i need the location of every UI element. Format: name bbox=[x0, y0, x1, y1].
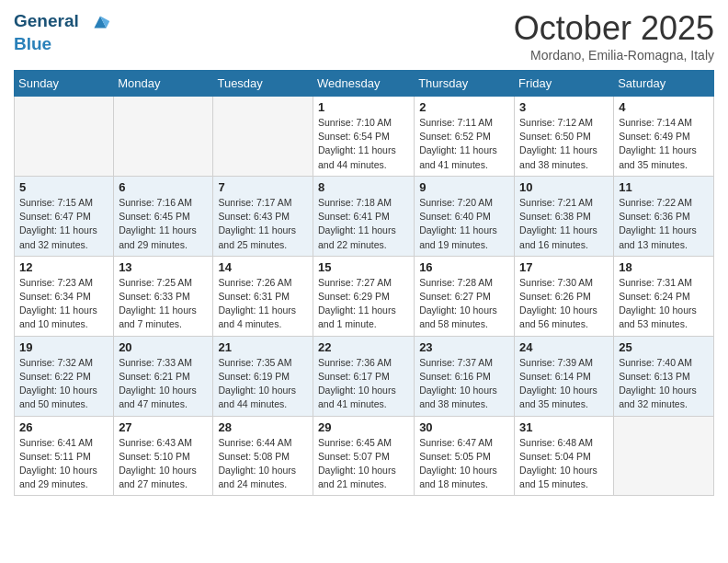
calendar-cell: 24Sunrise: 7:39 AM Sunset: 6:14 PM Dayli… bbox=[515, 336, 614, 416]
calendar-cell bbox=[614, 416, 714, 496]
calendar-cell: 27Sunrise: 6:43 AM Sunset: 5:10 PM Dayli… bbox=[114, 416, 213, 496]
calendar-body: 1Sunrise: 7:10 AM Sunset: 6:54 PM Daylig… bbox=[15, 97, 714, 496]
calendar-cell: 9Sunrise: 7:20 AM Sunset: 6:40 PM Daylig… bbox=[415, 176, 515, 256]
day-info: Sunrise: 7:39 AM Sunset: 6:14 PM Dayligh… bbox=[519, 356, 609, 412]
calendar-week-2: 5Sunrise: 7:15 AM Sunset: 6:47 PM Daylig… bbox=[15, 176, 714, 256]
calendar-cell: 15Sunrise: 7:27 AM Sunset: 6:29 PM Dayli… bbox=[313, 256, 415, 336]
calendar-cell: 28Sunrise: 6:44 AM Sunset: 5:08 PM Dayli… bbox=[213, 416, 313, 496]
day-info: Sunrise: 7:40 AM Sunset: 6:13 PM Dayligh… bbox=[619, 356, 709, 412]
calendar-cell: 13Sunrise: 7:25 AM Sunset: 6:33 PM Dayli… bbox=[114, 256, 213, 336]
day-number: 7 bbox=[218, 180, 308, 194]
calendar-cell: 25Sunrise: 7:40 AM Sunset: 6:13 PM Dayli… bbox=[614, 336, 714, 416]
day-number: 28 bbox=[218, 420, 308, 434]
day-number: 21 bbox=[218, 340, 308, 354]
calendar-cell: 22Sunrise: 7:36 AM Sunset: 6:17 PM Dayli… bbox=[313, 336, 415, 416]
calendar-header-row: SundayMondayTuesdayWednesdayThursdayFrid… bbox=[15, 71, 714, 97]
calendar-cell: 5Sunrise: 7:15 AM Sunset: 6:47 PM Daylig… bbox=[15, 176, 114, 256]
day-info: Sunrise: 7:16 AM Sunset: 6:45 PM Dayligh… bbox=[119, 196, 208, 252]
calendar-cell: 29Sunrise: 6:45 AM Sunset: 5:07 PM Dayli… bbox=[313, 416, 415, 496]
calendar-cell: 18Sunrise: 7:31 AM Sunset: 6:24 PM Dayli… bbox=[614, 256, 714, 336]
calendar-cell: 26Sunrise: 6:41 AM Sunset: 5:11 PM Dayli… bbox=[15, 416, 114, 496]
day-header-monday: Monday bbox=[114, 71, 213, 97]
day-info: Sunrise: 7:18 AM Sunset: 6:41 PM Dayligh… bbox=[318, 196, 409, 252]
day-number: 18 bbox=[619, 260, 709, 274]
day-number: 10 bbox=[519, 180, 609, 194]
calendar-cell: 20Sunrise: 7:33 AM Sunset: 6:21 PM Dayli… bbox=[114, 336, 213, 416]
day-info: Sunrise: 7:26 AM Sunset: 6:31 PM Dayligh… bbox=[218, 276, 308, 332]
day-info: Sunrise: 7:27 AM Sunset: 6:29 PM Dayligh… bbox=[318, 276, 409, 332]
calendar-week-3: 12Sunrise: 7:23 AM Sunset: 6:34 PM Dayli… bbox=[15, 256, 714, 336]
day-info: Sunrise: 7:28 AM Sunset: 6:27 PM Dayligh… bbox=[419, 276, 509, 332]
calendar-cell: 7Sunrise: 7:17 AM Sunset: 6:43 PM Daylig… bbox=[213, 176, 313, 256]
day-info: Sunrise: 7:12 AM Sunset: 6:50 PM Dayligh… bbox=[519, 116, 609, 172]
day-header-wednesday: Wednesday bbox=[313, 71, 415, 97]
day-info: Sunrise: 7:30 AM Sunset: 6:26 PM Dayligh… bbox=[519, 276, 609, 332]
day-number: 11 bbox=[619, 180, 709, 194]
calendar-cell: 23Sunrise: 7:37 AM Sunset: 6:16 PM Dayli… bbox=[415, 336, 515, 416]
day-info: Sunrise: 7:36 AM Sunset: 6:17 PM Dayligh… bbox=[318, 356, 409, 412]
day-number: 14 bbox=[218, 260, 308, 274]
day-info: Sunrise: 7:25 AM Sunset: 6:33 PM Dayligh… bbox=[119, 276, 208, 332]
calendar-header: General Blue October 2025 Mordano, Emili… bbox=[14, 9, 714, 63]
day-number: 31 bbox=[519, 420, 609, 434]
day-info: Sunrise: 7:23 AM Sunset: 6:34 PM Dayligh… bbox=[19, 276, 108, 332]
day-info: Sunrise: 7:22 AM Sunset: 6:36 PM Dayligh… bbox=[619, 196, 709, 252]
calendar-table: SundayMondayTuesdayWednesdayThursdayFrid… bbox=[14, 70, 714, 496]
calendar-cell: 17Sunrise: 7:30 AM Sunset: 6:26 PM Dayli… bbox=[515, 256, 614, 336]
calendar-week-5: 26Sunrise: 6:41 AM Sunset: 5:11 PM Dayli… bbox=[15, 416, 714, 496]
day-number: 8 bbox=[318, 180, 409, 194]
calendar-cell bbox=[213, 97, 313, 177]
day-info: Sunrise: 7:17 AM Sunset: 6:43 PM Dayligh… bbox=[218, 196, 308, 252]
day-info: Sunrise: 6:45 AM Sunset: 5:07 PM Dayligh… bbox=[318, 436, 409, 492]
calendar-cell: 16Sunrise: 7:28 AM Sunset: 6:27 PM Dayli… bbox=[415, 256, 515, 336]
calendar-week-1: 1Sunrise: 7:10 AM Sunset: 6:54 PM Daylig… bbox=[15, 97, 714, 177]
day-info: Sunrise: 7:15 AM Sunset: 6:47 PM Dayligh… bbox=[19, 196, 108, 252]
day-info: Sunrise: 7:10 AM Sunset: 6:54 PM Dayligh… bbox=[318, 116, 409, 172]
calendar-cell bbox=[114, 97, 213, 177]
day-number: 27 bbox=[119, 420, 208, 434]
day-number: 25 bbox=[619, 340, 709, 354]
day-header-tuesday: Tuesday bbox=[213, 71, 313, 97]
calendar-cell: 4Sunrise: 7:14 AM Sunset: 6:49 PM Daylig… bbox=[614, 97, 714, 177]
day-number: 30 bbox=[419, 420, 509, 434]
calendar-cell: 21Sunrise: 7:35 AM Sunset: 6:19 PM Dayli… bbox=[213, 336, 313, 416]
calendar-cell: 14Sunrise: 7:26 AM Sunset: 6:31 PM Dayli… bbox=[213, 256, 313, 336]
day-number: 29 bbox=[318, 420, 409, 434]
day-number: 15 bbox=[318, 260, 409, 274]
day-number: 22 bbox=[318, 340, 409, 354]
day-number: 4 bbox=[619, 100, 709, 114]
day-number: 6 bbox=[119, 180, 208, 194]
calendar-cell: 12Sunrise: 7:23 AM Sunset: 6:34 PM Dayli… bbox=[15, 256, 114, 336]
month-title: October 2025 bbox=[514, 9, 714, 48]
calendar-cell bbox=[15, 97, 114, 177]
day-info: Sunrise: 7:31 AM Sunset: 6:24 PM Dayligh… bbox=[619, 276, 709, 332]
day-number: 17 bbox=[519, 260, 609, 274]
day-info: Sunrise: 6:44 AM Sunset: 5:08 PM Dayligh… bbox=[218, 436, 308, 492]
calendar-cell: 2Sunrise: 7:11 AM Sunset: 6:52 PM Daylig… bbox=[415, 97, 515, 177]
day-info: Sunrise: 7:14 AM Sunset: 6:49 PM Dayligh… bbox=[619, 116, 709, 172]
day-number: 1 bbox=[318, 100, 409, 114]
calendar-cell: 31Sunrise: 6:48 AM Sunset: 5:04 PM Dayli… bbox=[515, 416, 614, 496]
day-number: 19 bbox=[19, 340, 108, 354]
day-info: Sunrise: 6:47 AM Sunset: 5:05 PM Dayligh… bbox=[419, 436, 509, 492]
calendar-cell: 1Sunrise: 7:10 AM Sunset: 6:54 PM Daylig… bbox=[313, 97, 415, 177]
logo-text: General bbox=[14, 9, 113, 35]
day-number: 2 bbox=[419, 100, 509, 114]
day-number: 13 bbox=[119, 260, 208, 274]
calendar-cell: 8Sunrise: 7:18 AM Sunset: 6:41 PM Daylig… bbox=[313, 176, 415, 256]
logo-blue: Blue bbox=[14, 35, 113, 54]
calendar-cell: 11Sunrise: 7:22 AM Sunset: 6:36 PM Dayli… bbox=[614, 176, 714, 256]
day-number: 20 bbox=[119, 340, 208, 354]
calendar-cell: 10Sunrise: 7:21 AM Sunset: 6:38 PM Dayli… bbox=[515, 176, 614, 256]
day-info: Sunrise: 7:21 AM Sunset: 6:38 PM Dayligh… bbox=[519, 196, 609, 252]
day-info: Sunrise: 6:43 AM Sunset: 5:10 PM Dayligh… bbox=[119, 436, 208, 492]
day-header-thursday: Thursday bbox=[415, 71, 515, 97]
calendar-cell: 19Sunrise: 7:32 AM Sunset: 6:22 PM Dayli… bbox=[15, 336, 114, 416]
day-info: Sunrise: 6:48 AM Sunset: 5:04 PM Dayligh… bbox=[519, 436, 609, 492]
day-number: 16 bbox=[419, 260, 509, 274]
location: Mordano, Emilia-Romagna, Italy bbox=[514, 48, 714, 63]
day-number: 26 bbox=[19, 420, 108, 434]
calendar-cell: 3Sunrise: 7:12 AM Sunset: 6:50 PM Daylig… bbox=[515, 97, 614, 177]
calendar-cell: 30Sunrise: 6:47 AM Sunset: 5:05 PM Dayli… bbox=[415, 416, 515, 496]
logo: General Blue bbox=[14, 9, 113, 54]
